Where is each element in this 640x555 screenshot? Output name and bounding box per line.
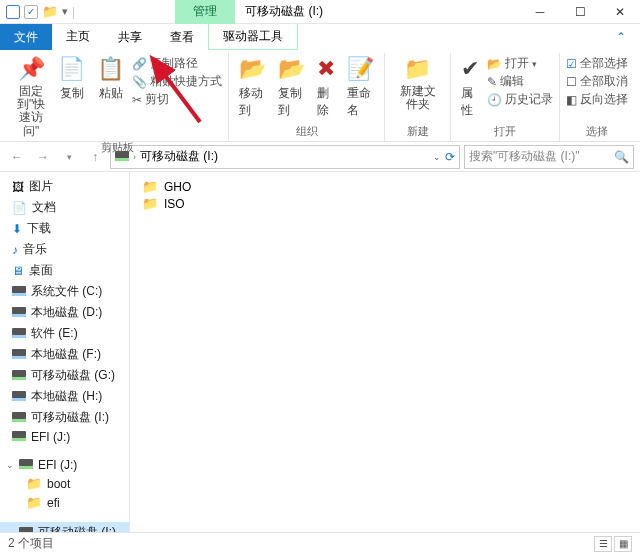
tree-documents[interactable]: 📄文档 [0,197,129,218]
folder-icon [142,196,158,211]
context-tab-manage[interactable]: 管理 [175,0,235,24]
recent-button[interactable]: ▾ [58,146,80,168]
edit-button[interactable]: ✎编辑 [487,73,553,90]
open-button[interactable]: 📂打开▾ [487,55,553,72]
tree-efi-efi[interactable]: efi [0,493,129,512]
select-none-button[interactable]: ☐全部取消 [566,73,628,90]
new-folder-button[interactable]: 📁新建文件夹 [391,53,444,113]
move-to-button[interactable]: 📂移动到 [235,53,270,121]
tree-drive-e[interactable]: 软件 (E:) [0,323,129,344]
tree-drive-i[interactable]: 可移动磁盘 (I:) [0,407,129,428]
group-label-new: 新建 [407,124,429,141]
qat-dropdown-icon[interactable]: ▾ [62,5,68,18]
close-button[interactable]: ✕ [600,0,640,24]
rename-button[interactable]: 📝重命名 [343,53,378,121]
group-label-organize: 组织 [296,124,318,141]
address-dropdown-icon[interactable]: ⌄ [433,152,441,162]
tree-pictures[interactable]: 🖼图片 [0,176,129,197]
properties-button[interactable]: ✔属性 [457,53,483,121]
forward-button[interactable]: → [32,146,54,168]
group-label-open: 打开 [494,124,516,141]
ribbon-group-clipboard: 📌固定到"快速访问" 📄复制 📋粘贴 🔗复制路径 📎粘贴快捷方式 ✂剪切 剪贴板 [6,53,229,141]
tree-drive-c[interactable]: 系统文件 (C:) [0,281,129,302]
search-placeholder: 搜索"可移动磁盘 (I:)" [469,148,580,165]
address-bar[interactable]: › 可移动磁盘 (I:) ⌄ ⟳ [110,145,460,169]
qat-check[interactable]: ✓ [24,5,38,19]
tree-music[interactable]: ♪音乐 [0,239,129,260]
tree-drive-d[interactable]: 本地磁盘 (D:) [0,302,129,323]
copy-button[interactable]: 📄复制 [54,53,89,104]
tree-drive-j[interactable]: EFI (J:) [0,428,129,446]
back-button[interactable]: ← [6,146,28,168]
ribbon-collapse-icon[interactable]: ⌃ [602,24,640,50]
view-details-button[interactable]: ☰ [594,536,612,552]
cut-button[interactable]: ✂剪切 [132,91,222,108]
quick-access-toolbar: ✓ ▾ | [0,4,75,19]
tree-efi-boot[interactable]: boot [0,474,129,493]
folder-icon [42,4,58,19]
file-item-iso[interactable]: ISO [140,195,630,212]
ribbon-tabs: 文件 主页 共享 查看 驱动器工具 ⌃ [0,24,640,50]
address-segment[interactable]: 可移动磁盘 (I:) [140,148,218,165]
address-bar-row: ← → ▾ ↑ › 可移动磁盘 (I:) ⌄ ⟳ 搜索"可移动磁盘 (I:)" … [0,142,640,172]
ribbon-group-new: 📁新建文件夹 新建项目 轻松访问 新建 [385,53,451,141]
tree-drive-h[interactable]: 本地磁盘 (H:) [0,386,129,407]
tree-desktop[interactable]: 🖥桌面 [0,260,129,281]
search-icon: 🔍 [614,150,629,164]
title-bar: ✓ ▾ | 管理 可移动磁盘 (I:) ─ ☐ ✕ [0,0,640,24]
copy-path-button[interactable]: 🔗复制路径 [132,55,222,72]
group-label-select: 选择 [586,124,608,141]
ribbon-group-organize: 📂移动到 📂复制到 ✖删除 📝重命名 组织 [229,53,385,141]
tab-drive-tools[interactable]: 驱动器工具 [208,24,298,50]
window-title: 可移动磁盘 (I:) [245,3,323,20]
maximize-button[interactable]: ☐ [560,0,600,24]
tab-home[interactable]: 主页 [52,24,104,50]
tree-downloads[interactable]: ⬇下载 [0,218,129,239]
invert-selection-button[interactable]: ◧反向选择 [566,91,628,108]
history-button[interactable]: 🕘历史记录 [487,91,553,108]
tab-share[interactable]: 共享 [104,24,156,50]
search-input[interactable]: 搜索"可移动磁盘 (I:)" 🔍 [464,145,634,169]
select-all-button[interactable]: ☑全部选择 [566,55,628,72]
paste-shortcut-button[interactable]: 📎粘贴快捷方式 [132,73,222,90]
folder-icon [142,179,158,194]
tab-view[interactable]: 查看 [156,24,208,50]
tree-drive-g[interactable]: 可移动磁盘 (G:) [0,365,129,386]
ribbon-group-open: ✔属性 📂打开▾ ✎编辑 🕘历史记录 打开 [451,53,560,141]
view-icons-button[interactable]: ▦ [614,536,632,552]
item-count: 2 个项目 [8,535,54,552]
file-item-gho[interactable]: GHO [140,178,630,195]
content-area: 🖼图片 📄文档 ⬇下载 ♪音乐 🖥桌面 系统文件 (C:) 本地磁盘 (D:) … [0,172,640,532]
pin-quick-access-button[interactable]: 📌固定到"快速访问" [12,53,50,140]
ribbon-group-select: ☑全部选择 ☐全部取消 ◧反向选择 选择 [560,53,634,141]
tree-efi-j[interactable]: ⌄EFI (J:) [0,456,129,474]
tree-drive-f[interactable]: 本地磁盘 (F:) [0,344,129,365]
file-list[interactable]: GHO ISO [130,172,640,532]
qat-icon[interactable] [6,5,20,19]
tree-removable-i[interactable]: ⌄可移动磁盘 (I:) [0,522,129,532]
copy-to-button[interactable]: 📂复制到 [274,53,309,121]
delete-button[interactable]: ✖删除 [313,53,339,121]
minimize-button[interactable]: ─ [520,0,560,24]
nav-tree[interactable]: 🖼图片 📄文档 ⬇下载 ♪音乐 🖥桌面 系统文件 (C:) 本地磁盘 (D:) … [0,172,130,532]
refresh-icon[interactable]: ⟳ [445,150,455,164]
paste-button[interactable]: 📋粘贴 [93,53,128,104]
status-bar: 2 个项目 ☰ ▦ [0,532,640,554]
tab-file[interactable]: 文件 [0,24,52,50]
group-label-clipboard: 剪贴板 [101,140,134,157]
ribbon: 📌固定到"快速访问" 📄复制 📋粘贴 🔗复制路径 📎粘贴快捷方式 ✂剪切 剪贴板… [0,50,640,142]
